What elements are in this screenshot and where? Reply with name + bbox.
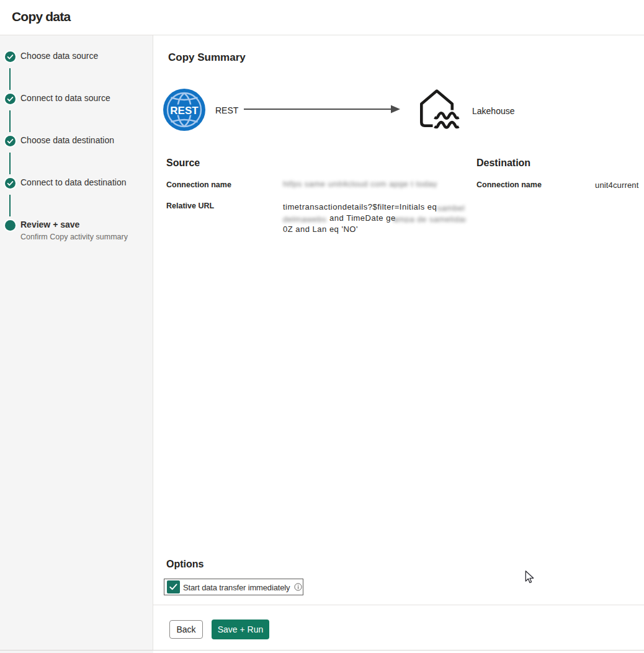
svg-text:REST: REST (170, 105, 199, 117)
